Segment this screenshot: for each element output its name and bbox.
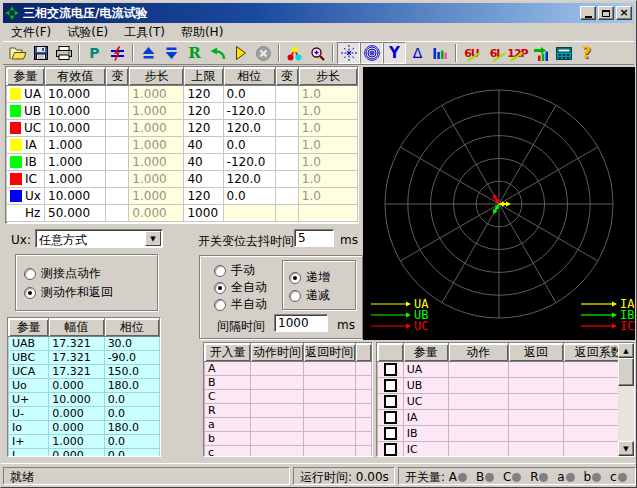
- minimize-button[interactable]: [580, 6, 596, 20]
- step-dir-radio[interactable]: [289, 272, 301, 284]
- phase-step-cell[interactable]: 1.0: [298, 86, 357, 103]
- step-cell[interactable]: 0.000: [129, 205, 184, 222]
- limit-cell[interactable]: 120: [184, 120, 223, 137]
- fault-button[interactable]: [106, 42, 129, 64]
- phase-step-cell[interactable]: 1.0: [298, 154, 357, 171]
- run-mode-radio[interactable]: [214, 265, 226, 277]
- interval-input[interactable]: [274, 314, 328, 332]
- y-connection-button[interactable]: Y: [383, 42, 406, 64]
- phase-step-cell[interactable]: 1.0: [298, 120, 357, 137]
- ux-dropdown-button[interactable]: ▼: [145, 231, 161, 246]
- close-button[interactable]: ×: [616, 6, 632, 20]
- phase-cell[interactable]: [223, 205, 275, 222]
- six-i-button[interactable]: 6I: [483, 42, 506, 64]
- run-mode-radio[interactable]: [214, 282, 226, 294]
- phase-cell[interactable]: 120.0: [223, 171, 275, 188]
- vary-cell[interactable]: [275, 86, 298, 103]
- value-cell[interactable]: 10.000: [45, 86, 106, 103]
- save-button[interactable]: [29, 42, 52, 64]
- menu-item-tools[interactable]: 工具(T): [116, 23, 173, 42]
- menu-item-file[interactable]: 文件(F): [3, 23, 59, 42]
- vary-cell[interactable]: [106, 137, 129, 154]
- step-cell[interactable]: 1.000: [129, 171, 184, 188]
- phase-step-cell[interactable]: [298, 205, 357, 222]
- value-cell[interactable]: 50.000: [45, 205, 106, 222]
- test-mode-radio[interactable]: [24, 268, 36, 280]
- vary-cell[interactable]: [106, 86, 129, 103]
- delta-connection-button[interactable]: Δ: [406, 42, 429, 64]
- row-checkbox[interactable]: [384, 363, 397, 376]
- scroll-down-button[interactable]: ▼: [618, 441, 634, 456]
- vary-cell[interactable]: [106, 120, 129, 137]
- twelve-p-button[interactable]: 12P: [506, 42, 529, 64]
- ux-mode-select[interactable]: 任意方式 ▼: [35, 229, 163, 248]
- step-dir-radio[interactable]: [289, 290, 301, 302]
- phase-cell[interactable]: 0.0: [223, 188, 275, 205]
- start-button[interactable]: [229, 42, 252, 64]
- calculator-button[interactable]: [552, 42, 575, 64]
- result-table-scrollbar[interactable]: ▲ ▼: [618, 343, 634, 456]
- menu-item-help[interactable]: 帮助(H): [173, 23, 231, 42]
- help-button[interactable]: ?: [575, 42, 598, 64]
- undo-button[interactable]: [206, 42, 229, 64]
- output-monitor-button[interactable]: [529, 42, 552, 64]
- stop-button[interactable]: [252, 42, 275, 64]
- scroll-up-button[interactable]: ▲: [618, 343, 634, 358]
- phase-step-cell[interactable]: 1.0: [298, 171, 357, 188]
- step-cell[interactable]: 1.000: [129, 103, 184, 120]
- phase-step-cell[interactable]: 1.0: [298, 137, 357, 154]
- value-cell[interactable]: 10.000: [45, 120, 106, 137]
- limit-cell[interactable]: 120: [184, 86, 223, 103]
- row-checkbox[interactable]: [384, 427, 397, 440]
- vary-cell[interactable]: [275, 137, 298, 154]
- row-checkbox[interactable]: [384, 411, 397, 424]
- run-mode-option[interactable]: 手动: [214, 262, 255, 279]
- vector-circles-button[interactable]: [360, 42, 383, 64]
- row-checkbox[interactable]: [384, 379, 397, 392]
- step-cell[interactable]: 1.000: [129, 137, 184, 154]
- vector-crosshair-button[interactable]: [337, 42, 360, 64]
- step-up-button[interactable]: [137, 42, 160, 64]
- run-mode-option[interactable]: 全自动: [214, 279, 267, 296]
- step-cell[interactable]: 1.000: [129, 154, 184, 171]
- phase-step-cell[interactable]: 1.0: [298, 188, 357, 205]
- vary-cell[interactable]: [106, 103, 129, 120]
- test-mode-radio[interactable]: [24, 287, 36, 299]
- step-cell[interactable]: 1.000: [129, 188, 184, 205]
- run-mode-option[interactable]: 半自动: [214, 296, 267, 313]
- vary-cell[interactable]: [275, 205, 298, 222]
- test-mode-option[interactable]: 测动作和返回: [24, 284, 113, 301]
- vary-cell[interactable]: [275, 103, 298, 120]
- p-marker-button[interactable]: P: [83, 42, 106, 64]
- reset-button[interactable]: R: [183, 42, 206, 64]
- step-dir-option[interactable]: 递减: [289, 287, 330, 304]
- value-cell[interactable]: 1.000: [45, 137, 106, 154]
- vary-cell[interactable]: [106, 205, 129, 222]
- row-checkbox[interactable]: [384, 443, 397, 456]
- step-dir-option[interactable]: 递增: [289, 269, 330, 286]
- wiring-button[interactable]: [283, 42, 306, 64]
- value-cell[interactable]: 10.000: [45, 103, 106, 120]
- phase-cell[interactable]: -120.0: [223, 103, 275, 120]
- step-cell[interactable]: 1.000: [129, 86, 184, 103]
- value-cell[interactable]: 1.000: [45, 154, 106, 171]
- test-mode-option[interactable]: 测接点动作: [24, 265, 101, 282]
- phase-cell[interactable]: 120.0: [223, 120, 275, 137]
- step-cell[interactable]: 1.000: [129, 120, 184, 137]
- phase-cell[interactable]: 0.0: [223, 86, 275, 103]
- limit-cell[interactable]: 40: [184, 154, 223, 171]
- row-checkbox[interactable]: [384, 395, 397, 408]
- limit-cell[interactable]: 40: [184, 171, 223, 188]
- step-down-button[interactable]: [160, 42, 183, 64]
- value-cell[interactable]: 1.000: [45, 171, 106, 188]
- vary-cell[interactable]: [275, 171, 298, 188]
- limit-cell[interactable]: 120: [184, 103, 223, 120]
- vary-cell[interactable]: [275, 120, 298, 137]
- menu-item-test[interactable]: 试验(E): [59, 23, 116, 42]
- six-u-button[interactable]: 6U: [460, 42, 483, 64]
- bar-chart-button[interactable]: [429, 42, 452, 64]
- print-button[interactable]: [52, 42, 75, 64]
- vary-cell[interactable]: [275, 188, 298, 205]
- phase-step-cell[interactable]: 1.0: [298, 103, 357, 120]
- limit-cell[interactable]: 1000: [184, 205, 223, 222]
